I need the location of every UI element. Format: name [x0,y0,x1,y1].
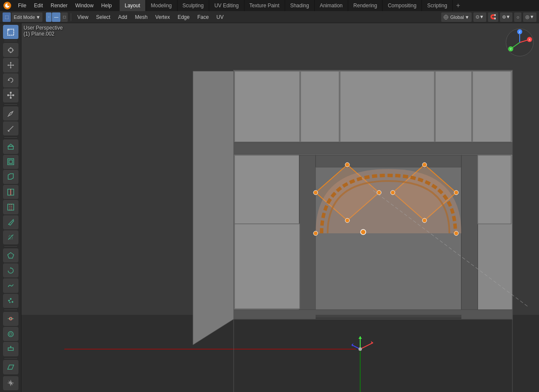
header-face[interactable]: Face [194,12,212,22]
tool-poly-build[interactable] [3,248,18,262]
tab-shading[interactable]: Shading [285,0,315,11]
tool-edge-slide[interactable] [3,312,18,326]
svg-point-84 [422,163,427,167]
svg-rect-74 [316,155,461,167]
svg-rect-94 [235,224,300,309]
header-vertex[interactable]: Vertex [152,12,173,22]
svg-marker-16 [10,62,12,63]
header-toolbar: ⬚ Edit Mode ▼ · — □ View Select Add Mesh… [0,11,539,23]
menu-file[interactable]: File [15,2,30,9]
svg-point-83 [345,163,349,167]
xray-toggle[interactable]: ◎▼ [523,12,536,22]
viewport-gizmo[interactable]: Z X Y [505,27,535,57]
add-workspace-button[interactable]: + [453,0,464,11]
main-viewport[interactable]: Z X Y [21,23,539,392]
svg-text:Y: Y [510,48,512,51]
tool-push-pull[interactable] [3,342,18,356]
tab-rendering[interactable]: Rendering [348,0,382,11]
svg-rect-70 [473,71,511,142]
tool-select-box[interactable] [3,25,18,39]
header-view[interactable]: View [74,12,91,22]
blender-logo[interactable] [3,1,12,10]
svg-point-46 [10,298,12,300]
tab-scripting[interactable]: Scripting [422,0,453,11]
menu-render[interactable]: Render [47,2,71,9]
svg-point-45 [8,300,10,302]
svg-marker-56 [8,365,14,369]
edge-select-mode[interactable]: — [52,12,60,22]
tool-cursor[interactable] [3,43,18,57]
menu-edit[interactable]: Edit [30,2,46,9]
svg-line-40 [13,219,14,220]
tab-sculpting[interactable]: Sculpting [178,0,209,11]
tool-shear[interactable] [3,360,18,374]
tool-offset-edge[interactable] [3,200,18,214]
header-add[interactable]: Add [115,12,130,22]
svg-rect-33 [8,159,14,165]
menu-help[interactable]: Help [98,2,115,9]
svg-rect-76 [461,155,478,316]
tool-randomize[interactable] [3,294,18,308]
svg-point-87 [391,190,395,195]
svg-rect-23 [12,94,14,96]
snapping-toggle[interactable]: 🧲 [488,12,498,22]
tool-extrude[interactable] [3,139,18,154]
svg-rect-66 [235,71,300,142]
tool-loop-cut[interactable] [3,185,18,199]
tab-modeling[interactable]: Modeling [146,0,178,11]
svg-point-88 [313,190,318,195]
menu-window[interactable]: Window [72,2,97,9]
mode-dropdown[interactable]: Edit Mode ▼ [12,12,42,22]
tool-smooth-vertex[interactable] [3,278,18,292]
tab-texture-paint[interactable]: Texture Paint [244,0,285,11]
tool-shrink-fatten[interactable] [3,327,18,341]
svg-line-28 [8,126,13,131]
proportional-edit[interactable]: ⊚▼ [500,12,513,22]
tool-measure[interactable] [3,121,18,136]
overlay-toggle[interactable]: ○ [514,12,521,22]
svg-point-47 [12,301,13,303]
svg-rect-105 [316,315,461,319]
tab-uv-editing[interactable]: UV Editing [209,0,244,11]
tab-layout[interactable]: Layout [120,0,146,11]
tool-spin[interactable] [3,263,18,277]
tool-rotate[interactable] [3,73,18,87]
vertex-select-mode[interactable]: · [46,12,51,22]
svg-rect-8 [7,29,9,31]
tool-move[interactable] [3,58,18,72]
scene-canvas [21,23,539,392]
tool-sep-2 [4,104,17,105]
header-mesh[interactable]: Mesh [132,12,151,22]
pivot-point-dropdown[interactable]: ⊙▼ [473,12,486,22]
tab-animation[interactable]: Animation [315,0,348,11]
transform-space-dropdown[interactable]: Global ▼ [441,12,472,22]
svg-marker-32 [8,144,13,146]
svg-point-82 [313,231,318,235]
tool-scale[interactable] [3,88,18,103]
svg-marker-17 [10,67,12,69]
svg-rect-69 [435,71,472,142]
svg-marker-18 [7,64,9,66]
svg-rect-34 [9,160,12,163]
tool-inset[interactable] [3,155,18,169]
header-uv[interactable]: UV [214,12,227,22]
tool-transform[interactable] [3,376,18,390]
svg-rect-53 [8,348,13,350]
svg-marker-19 [13,64,14,66]
workspace-tabs: Layout Modeling Sculpting UV Editing Tex… [120,0,536,11]
tool-bisect[interactable] [3,230,18,244]
tool-annotate[interactable] [3,106,18,121]
viewport-object-name: (1) Plane.002 [24,31,63,37]
header-edge[interactable]: Edge [175,12,193,22]
tab-compositing[interactable]: Compositing [382,0,422,11]
tool-knife[interactable] [3,215,18,229]
svg-point-89 [454,190,458,195]
svg-rect-71 [234,142,512,154]
tool-bevel[interactable] [3,170,18,184]
svg-marker-55 [10,346,12,347]
header-select[interactable]: Select [93,12,113,22]
face-select-mode[interactable]: □ [61,12,68,22]
svg-rect-73 [299,155,316,316]
svg-rect-77 [478,155,511,224]
svg-text:Z: Z [519,30,521,33]
